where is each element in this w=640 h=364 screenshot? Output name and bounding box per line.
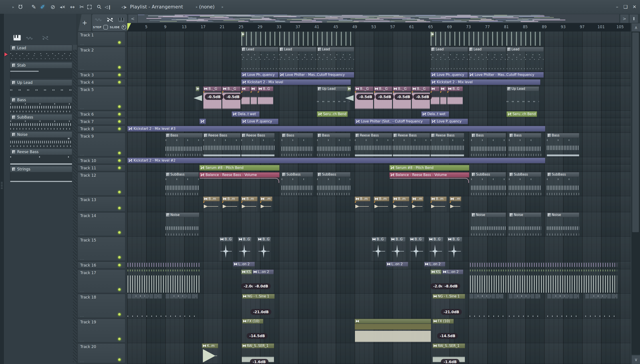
pattern-item-noise[interactable]: Noise xyxy=(10,132,72,148)
audio-clip[interactable]: L..on 2 xyxy=(233,262,255,269)
track-header-16[interactable]: Track 16 xyxy=(78,262,125,268)
audio-clip[interactable]: B..m xyxy=(203,196,220,212)
gain-badge[interactable]: -1.6dB xyxy=(250,359,269,364)
pattern-clip[interactable]: Bass xyxy=(471,133,506,157)
automation-clip[interactable] xyxy=(199,118,206,124)
audio-clip[interactable]: B.._G-0.5dB xyxy=(203,86,222,110)
automation-clip[interactable]: Dela..t wet xyxy=(421,111,449,117)
track-header-4[interactable]: Track 4 xyxy=(78,79,125,86)
track-lane-5[interactable]: B.._G-0.5dBB.._G-0.5dBB..GUp LeadB.._G-0… xyxy=(127,86,631,111)
playlist-grid[interactable]: LeadLeadLeadLeadLeadLeadLove Ph..quencyL… xyxy=(127,32,631,364)
pattern-clip[interactable]: Reese Bass xyxy=(355,133,392,157)
scroll-down-button[interactable]: ∨ xyxy=(631,355,640,364)
audio-clip[interactable] xyxy=(355,319,431,343)
track-mute-led[interactable] xyxy=(118,41,121,44)
track-header-3[interactable]: Track 3 xyxy=(78,72,125,78)
track-mute-led[interactable] xyxy=(118,81,121,84)
track-mute-led[interactable] xyxy=(118,166,121,169)
audio-clip[interactable]: FX (10)-14.5dB xyxy=(242,319,263,343)
zoom-drag-button[interactable] xyxy=(629,14,638,23)
track-lane-12[interactable]: SubBassBalance - Reese Bass - VolumeSubB… xyxy=(127,172,631,196)
track-header-18[interactable]: Track 18... xyxy=(78,294,125,318)
pattern-clip[interactable]: Noise xyxy=(471,212,506,236)
gain-badge[interactable]: -0.5dB xyxy=(413,94,432,100)
scroll-right-button[interactable]: > xyxy=(620,14,629,23)
audio-clip[interactable]: B..G xyxy=(409,237,424,261)
preview-speaker-icon[interactable]: ◁▸ xyxy=(120,0,128,14)
audio-clip[interactable]: NG - I..Sine 1-21.0dB xyxy=(242,294,275,318)
track-mute-led[interactable] xyxy=(118,152,121,154)
track-lane-20[interactable]: K..mRAI_S..SER_1-1.6dBRAI_S..SER_1-1.6dB xyxy=(127,343,631,364)
automation-patterns-tab-icon[interactable] xyxy=(43,36,48,40)
pattern-item-subbass[interactable]: SubBass xyxy=(10,114,72,130)
audio-clip[interactable]: ..m xyxy=(450,196,461,212)
track-mute-led[interactable] xyxy=(118,74,121,76)
automation-clip[interactable]: Dela..t wet xyxy=(232,111,260,117)
slip-tool-icon[interactable]: ✎ xyxy=(29,0,38,14)
track-mute-led[interactable] xyxy=(118,113,121,116)
track-lane-15[interactable]: B..GB..GB..GB..GB..GB..GB..GB..G xyxy=(127,236,631,262)
automation-clip[interactable]: Kickstart 2 - Mix level xyxy=(431,79,540,85)
scroll-up-button[interactable]: ∧ xyxy=(631,23,640,32)
track-lane-13[interactable]: B..mB..mB..m..mB..mB..mB..m..mB..m..m xyxy=(127,196,631,212)
track-header-10[interactable]: Track 10 xyxy=(78,157,125,164)
audio-clip[interactable]: FX (10)-14.5dB xyxy=(433,319,454,343)
pattern-clip[interactable]: Lead xyxy=(469,47,506,71)
timeline-ruler[interactable]: 5913172125293337414549535761656973778185… xyxy=(127,23,631,32)
audio-clip[interactable]: B..G xyxy=(390,237,405,261)
track-lane-2[interactable]: LeadLeadLeadLeadLeadLead xyxy=(127,46,631,72)
paint-tool-icon[interactable]: ✐ xyxy=(38,0,47,14)
track-mute-led[interactable] xyxy=(118,231,121,234)
pattern-clip[interactable]: Reese Bass xyxy=(241,133,275,157)
track-header-9[interactable]: Track 9... xyxy=(78,133,125,156)
gain-badge[interactable]: -21.0dB xyxy=(251,309,271,315)
track-header-14[interactable]: Track 14... xyxy=(78,212,125,236)
vertical-scrollbar[interactable] xyxy=(631,32,640,355)
audio-clip[interactable]: B..m xyxy=(355,196,370,212)
track-mute-led[interactable] xyxy=(118,66,121,69)
wave-mode-icon[interactable] xyxy=(95,18,102,22)
gain-badge[interactable]: -14.5dB xyxy=(437,333,458,339)
automation-clip[interactable]: Love Ph..quency xyxy=(241,72,279,78)
pattern-clip[interactable]: Reese Bass xyxy=(431,133,464,157)
pattern-clip[interactable]: Reese Bass xyxy=(393,133,430,157)
audio-clip[interactable]: B.._G-0.5dB xyxy=(374,86,392,110)
audio-clip[interactable]: RAI_S..SER_1-1.6dB xyxy=(433,343,465,363)
audio-clip[interactable]: B..G xyxy=(371,237,386,261)
pattern-item-bass[interactable]: Bass xyxy=(10,97,72,113)
track-resize-dots[interactable]: ... xyxy=(80,153,84,156)
track-header-13[interactable]: Track 13... xyxy=(78,196,125,212)
audio-clip[interactable] xyxy=(241,86,250,110)
pattern-clip[interactable]: SubBass xyxy=(547,172,579,196)
audio-clip[interactable]: B.._G-0.5dB xyxy=(411,86,430,110)
track-lane-9[interactable]: BassReese BassReese BassBassBassReese Ba… xyxy=(127,133,631,157)
pattern-clip[interactable]: Bass xyxy=(281,133,313,157)
automation-clip[interactable]: Love Ph..quency xyxy=(431,72,468,78)
track-mute-led[interactable] xyxy=(118,191,121,194)
track-header-1[interactable]: Track 1... xyxy=(78,32,125,46)
track-resize-dots[interactable]: ... xyxy=(80,339,84,342)
pattern-clip[interactable]: Reese Bass xyxy=(203,133,241,157)
audio-clip[interactable]: B..m xyxy=(374,196,389,212)
pattern-clip[interactable]: Up Lead xyxy=(317,86,350,110)
track-header-11[interactable]: Track 11 xyxy=(78,165,125,171)
track-mute-led[interactable] xyxy=(118,207,121,210)
audio-clip[interactable]: ..m xyxy=(260,196,273,212)
audio-clip[interactable]: RAI_S..SER_1-1.6dB xyxy=(242,343,274,363)
automation-clip[interactable]: Love P..quency xyxy=(431,118,468,124)
audio-clip[interactable]: B..m xyxy=(241,196,258,212)
automation-clip[interactable]: Kickstart 2 - Mix level xyxy=(241,79,351,85)
audio-clip[interactable] xyxy=(251,86,257,110)
track-lane-7[interactable]: Love P..quencyLove Philter (Slot.. - Cut… xyxy=(127,118,631,126)
audio-clip[interactable]: NG - I..Sine 1-21.0dB xyxy=(433,294,465,318)
track-mute-led[interactable] xyxy=(118,120,121,123)
audio-clip[interactable]: B..G xyxy=(257,237,271,261)
audio-clip[interactable]: B..G xyxy=(428,237,443,261)
close-button[interactable]: ✕ xyxy=(631,3,638,11)
track-header-20[interactable]: Track 20... xyxy=(78,343,125,363)
track-lane-1[interactable] xyxy=(127,32,631,46)
track-resize-dots[interactable]: ... xyxy=(80,106,84,110)
automation-clip[interactable]: Kickstart 2 - Mix level #3 xyxy=(127,126,545,132)
track-resize-dots[interactable]: ... xyxy=(80,67,84,70)
audio-clip[interactable]: KS.-2.0dB xyxy=(431,270,441,293)
